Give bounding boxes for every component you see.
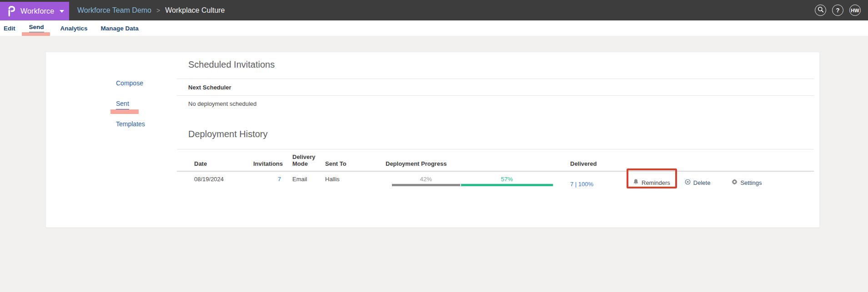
- cell-deployment-progress: 42% 57%: [386, 176, 563, 186]
- sidebar-item-sent[interactable]: Sent: [116, 100, 129, 110]
- product-name: Workforce: [20, 7, 54, 15]
- avatar-initials: HW: [851, 8, 859, 13]
- topbar-icons: ? HW: [815, 5, 861, 16]
- sidebar-item-compose[interactable]: Compose: [116, 79, 143, 87]
- tab-analytics[interactable]: Analytics: [60, 25, 88, 32]
- no-deployment-message: No deployment scheduled: [188, 100, 814, 108]
- divider: [177, 95, 814, 96]
- table-header-divider: [177, 171, 814, 172]
- reminders-label: Reminders: [642, 179, 670, 186]
- tab-manage-data[interactable]: Manage Data: [101, 25, 139, 32]
- breadcrumb-separator: >: [156, 7, 160, 14]
- column-header-deployment-progress: Deployment Progress: [386, 160, 563, 167]
- workforce-send-page: Workforce Workforce Team Demo > Workplac…: [0, 0, 868, 292]
- column-header-sent-to: Sent To: [325, 160, 380, 167]
- circle-x-icon: [685, 179, 691, 186]
- invitations-count-link[interactable]: 7: [278, 176, 281, 183]
- cell-delivery-mode: Email: [292, 176, 321, 183]
- tab-edit[interactable]: Edit: [4, 25, 15, 32]
- column-header-date: Date: [194, 160, 253, 167]
- progress-green-label: 57%: [460, 176, 554, 183]
- progress-bar: [392, 184, 554, 186]
- settings-button[interactable]: Settings: [732, 179, 762, 186]
- primary-tabs: Edit Send Analytics Manage Data: [0, 20, 868, 36]
- reminders-button[interactable]: Reminders: [633, 178, 670, 187]
- delete-label: Delete: [693, 179, 711, 186]
- column-header-delivered: Delivered: [570, 160, 625, 167]
- breadcrumb: Workforce Team Demo > Workplace Culture: [77, 0, 225, 20]
- top-bar: Workforce Workforce Team Demo > Workplac…: [0, 0, 868, 20]
- search-button[interactable]: [815, 5, 826, 16]
- sidebar-item-templates[interactable]: Templates: [116, 120, 145, 128]
- progress-gray-label: 42%: [392, 176, 460, 183]
- delivered-value-link[interactable]: 7 | 100%: [570, 181, 593, 188]
- column-header-invitations: Invitations: [253, 160, 281, 167]
- divider: [177, 79, 814, 79]
- cell-date: 08/19/2024: [194, 176, 253, 183]
- deployment-history-title: Deployment History: [188, 129, 814, 139]
- gear-icon: [732, 179, 738, 186]
- sent-panel: Scheduled Invitations Next Scheduler No …: [177, 52, 814, 228]
- column-header-delivery-mode: Delivery Mode: [292, 153, 321, 167]
- user-avatar[interactable]: HW: [849, 5, 861, 16]
- next-scheduler-label: Next Scheduler: [188, 84, 814, 91]
- search-icon: [818, 6, 824, 14]
- annotation-highlight-sent-item: [110, 109, 139, 114]
- breadcrumb-parent-link[interactable]: Workforce Team Demo: [77, 6, 151, 15]
- cell-sent-to: Hallis: [325, 176, 380, 183]
- help-button[interactable]: ?: [832, 5, 843, 16]
- scheduled-invitations-title: Scheduled Invitations: [188, 52, 814, 70]
- bell-icon: [633, 178, 639, 187]
- delete-button[interactable]: Delete: [685, 179, 711, 186]
- history-table-header: Date Invitations Delivery Mode Sent To D…: [177, 149, 814, 167]
- product-switcher[interactable]: Workforce: [0, 2, 69, 20]
- table-row: 08/19/2024 7 Email Hallis 42% 57%: [177, 176, 814, 188]
- annotation-highlight-send-tab: [22, 32, 50, 36]
- progress-segment-gray: [392, 184, 460, 186]
- content-card: Compose Sent Templates Scheduled Invitat…: [46, 52, 819, 228]
- progress-segment-green: [461, 184, 553, 186]
- tab-send[interactable]: Send: [29, 24, 44, 33]
- row-actions: Reminders Delete: [627, 176, 762, 187]
- question-mark-icon: ?: [836, 7, 840, 14]
- breadcrumb-current: Workplace Culture: [165, 6, 225, 15]
- caret-down-icon: [60, 10, 64, 13]
- perceptyx-logo-icon: [7, 5, 16, 17]
- settings-label: Settings: [740, 179, 762, 186]
